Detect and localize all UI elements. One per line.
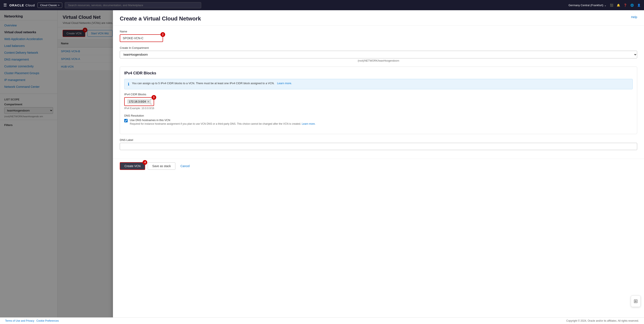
dns-hostname-checkbox-row: Use DNS hostnames in this VCN Required f… xyxy=(124,118,633,125)
dns-label-input[interactable] xyxy=(120,143,637,150)
user-avatar-icon[interactable]: 👤 xyxy=(637,4,640,7)
cidr-tag: 172.16.3.0/24 ✕ xyxy=(127,99,151,104)
name-label: Name xyxy=(120,30,637,33)
cidr-input-container: 172.16.3.0/24 ✕ 3 ⌃⌄ xyxy=(124,97,154,106)
step-badge-4: 4 xyxy=(142,160,147,165)
cidr-tag-value: 172.16.3.0/24 xyxy=(129,100,146,103)
vcn-name-input[interactable] xyxy=(120,34,163,42)
step-badge-2: 2 xyxy=(160,32,165,37)
modal-create-vcn-button[interactable]: Create VCN xyxy=(120,162,145,170)
info-banner-text: You can assign up to 5 IPv4 CIDR blocks … xyxy=(132,82,274,85)
cidr-example-text: IPv4 Example: 10.0.0.0/16 xyxy=(124,107,633,110)
oracle-label: ORACLE xyxy=(10,4,24,7)
dns-checkbox-label: Use DNS hostnames in this VCN xyxy=(130,118,316,122)
cidr-arrow-icon: ⌃⌄ xyxy=(150,98,152,105)
info-icon: ℹ xyxy=(128,82,129,86)
cidr-label: IPv4 CIDR Blocks xyxy=(124,93,633,96)
dns-label-field-group: DNS Label xyxy=(120,138,637,150)
cidr-tag-remove-icon[interactable]: ✕ xyxy=(147,100,150,103)
help-widget-icon: ⊞ xyxy=(634,298,638,304)
bottom-bar-links: Terms of Use and Privacy Cookie Preferen… xyxy=(5,319,59,322)
search-input[interactable] xyxy=(65,2,201,8)
bottom-bar: Terms of Use and Privacy Cookie Preferen… xyxy=(0,318,644,324)
cloud-classic-button[interactable]: Cloud Classic > xyxy=(38,2,62,8)
save-as-stack-button[interactable]: Save as stack xyxy=(148,162,175,170)
modal-panel: Create a Virtual Cloud Network Help Name… xyxy=(113,10,644,324)
ipv4-section-card: IPv4 CIDR Blocks ℹ You can assign up to … xyxy=(120,66,637,134)
bell-icon[interactable]: 🔔 xyxy=(617,4,620,7)
oracle-logo: ORACLE Cloud xyxy=(10,4,35,7)
top-navigation: ☰ ORACLE Cloud Cloud Classic > Germany C… xyxy=(0,0,644,10)
help-link[interactable]: Help xyxy=(631,15,637,19)
dns-checkbox-content: Use DNS hostnames in this VCN Required f… xyxy=(130,118,316,125)
hamburger-menu-icon[interactable]: ☰ xyxy=(4,3,7,8)
region-selector[interactable]: Germany Central (Frankfurt) ⌄ xyxy=(568,4,606,7)
help-icon[interactable]: ❓ xyxy=(624,4,627,7)
dns-label-label: DNS Label xyxy=(120,138,637,142)
copyright-text: Copyright © 2024, Oracle and/or its affi… xyxy=(566,319,639,322)
compartment-field-select[interactable]: IwanHoogendoorn xyxy=(120,51,637,58)
terminal-icon[interactable]: ⬛ xyxy=(610,4,613,7)
dns-resolution-label: DNS Resolution xyxy=(124,114,633,117)
modal-body: Name 2 Create In Compartment IwanHoogend… xyxy=(113,26,644,158)
cidr-field-group: IPv4 CIDR Blocks 172.16.3.0/24 ✕ 3 ⌃⌄ IP… xyxy=(124,93,633,110)
region-chevron: ⌄ xyxy=(604,4,606,7)
dns-learn-more-link[interactable]: Learn more. xyxy=(302,122,316,125)
dns-checkbox-desc: Required for instance hostname assignmen… xyxy=(130,122,316,125)
name-field-group: Name 2 xyxy=(120,30,637,42)
info-banner: ℹ You can assign up to 5 IPv4 CIDR block… xyxy=(124,79,633,89)
help-widget[interactable]: ⊞ xyxy=(631,296,640,307)
name-input-wrapper: 2 xyxy=(120,34,163,42)
create-in-compartment-label: Create In Compartment xyxy=(120,46,637,50)
region-label: Germany Central (Frankfurt) xyxy=(568,4,603,7)
modal-footer: Create VCN 4 Save as stack Cancel xyxy=(113,158,644,173)
compartment-field-group: Create In Compartment IwanHoogendoorn (r… xyxy=(120,46,637,62)
cancel-button[interactable]: Cancel xyxy=(178,163,192,170)
ipv4-learn-more-link[interactable]: Learn more. xyxy=(277,82,292,85)
nav-right: Germany Central (Frankfurt) ⌄ ⬛ 🔔 ❓ 🌐 👤 xyxy=(568,4,640,7)
compartment-path: (root)/NETWORK/IwanHoogendoorn xyxy=(120,59,637,62)
modal-header: Create a Virtual Cloud Network Help xyxy=(113,10,644,26)
create-vcn-footer-wrapper: Create VCN 4 xyxy=(120,162,145,170)
cookie-link[interactable]: Cookie Preferences xyxy=(36,319,59,322)
globe-icon[interactable]: 🌐 xyxy=(630,4,634,7)
modal-title: Create a Virtual Cloud Network xyxy=(120,15,201,22)
dns-hostname-checkbox[interactable] xyxy=(124,119,128,122)
dns-resolution-group: DNS Resolution Use DNS hostnames in this… xyxy=(124,114,633,125)
ipv4-section-title: IPv4 CIDR Blocks xyxy=(124,71,633,76)
terms-link[interactable]: Terms of Use and Privacy xyxy=(5,319,34,322)
separator xyxy=(35,319,36,322)
cloud-label: Cloud xyxy=(25,4,35,7)
